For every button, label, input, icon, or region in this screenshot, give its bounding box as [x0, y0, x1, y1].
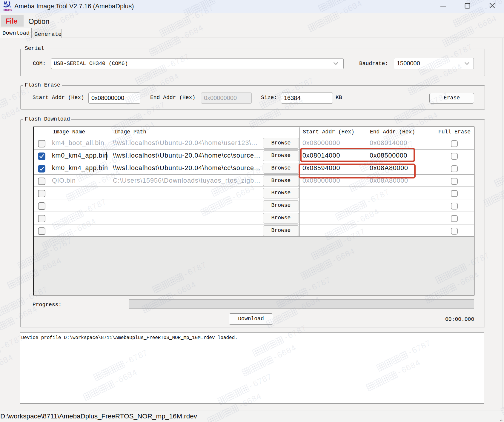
- svg-text:IMKRS: IMKRS: [3, 8, 12, 11]
